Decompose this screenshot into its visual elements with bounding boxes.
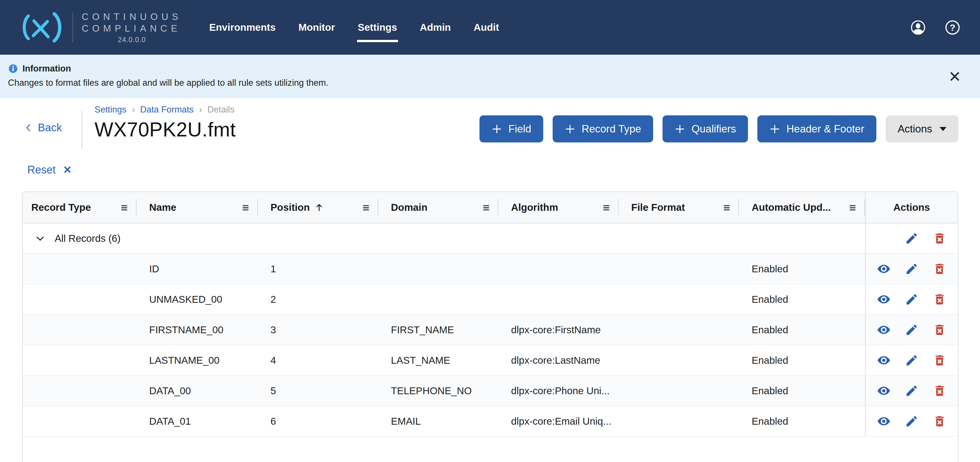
cell-file-format: [619, 376, 739, 406]
actions-label: Actions: [898, 123, 932, 135]
cell-actions: [865, 223, 958, 253]
add-field-button[interactable]: Field: [479, 115, 543, 142]
banner-close-icon[interactable]: ✕: [948, 69, 961, 84]
actions-dropdown-button[interactable]: Actions: [886, 115, 958, 142]
cell-file-format: [619, 254, 739, 284]
table-row: DATA_01 6 EMAIL dlpx-core:Email Uniq... …: [23, 406, 958, 437]
cell-domain: EMAIL: [379, 406, 498, 436]
column-label: Position: [270, 202, 310, 213]
nav-item-settings[interactable]: Settings: [358, 22, 397, 33]
column-header-file-format[interactable]: File Format: [619, 192, 739, 223]
view-button[interactable]: [877, 293, 891, 306]
cell-domain: [379, 254, 498, 284]
chevron-down-icon[interactable]: [34, 233, 46, 244]
column-menu-icon[interactable]: [848, 203, 858, 212]
chevron-left-icon: [23, 123, 34, 133]
nav-item-environments[interactable]: Environments: [209, 22, 275, 33]
back-button[interactable]: Back: [23, 122, 62, 134]
user-profile-icon[interactable]: [910, 19, 926, 36]
view-button[interactable]: [877, 354, 891, 367]
edit-button[interactable]: [905, 323, 918, 337]
header-actions: [910, 19, 961, 36]
brand-line2: COMPLIANCE: [82, 22, 182, 34]
table-row: ID 1 Enabled: [23, 254, 958, 284]
plus-icon: [675, 124, 685, 134]
view-button[interactable]: [877, 414, 891, 428]
caret-down-icon: [940, 127, 947, 131]
reset-filter-button[interactable]: Reset ✕: [27, 164, 72, 176]
cell-algorithm: [498, 284, 619, 314]
column-label: Name: [149, 202, 176, 213]
cell-algorithm: dlpx-core:LastName: [498, 345, 619, 375]
column-header-domain[interactable]: Domain: [379, 192, 498, 223]
add-qualifiers-button[interactable]: Qualifiers: [663, 115, 748, 142]
delete-button[interactable]: [933, 262, 947, 276]
breadcrumb-settings[interactable]: Settings: [94, 105, 126, 115]
help-icon[interactable]: [944, 19, 961, 36]
column-header-record-type[interactable]: Record Type: [23, 192, 137, 223]
cell-name: DATA_00: [137, 376, 258, 406]
column-menu-icon[interactable]: [722, 203, 732, 212]
cell-actions: [865, 406, 958, 436]
edit-button[interactable]: [905, 414, 918, 428]
cell-name: ID: [137, 254, 258, 284]
breadcrumb-separator: ›: [199, 105, 202, 115]
cell-algorithm: dlpx-core:Email Uniq...: [498, 406, 619, 436]
edit-button[interactable]: [905, 231, 918, 245]
add-record-type-label: Record Type: [582, 123, 641, 135]
column-menu-icon[interactable]: [481, 203, 491, 212]
column-label: Automatic Upd...: [752, 202, 831, 213]
cell-actions: [865, 315, 958, 345]
clear-icon: ✕: [63, 164, 72, 176]
breadcrumb-data-formats[interactable]: Data Formats: [140, 105, 194, 115]
app-logo[interactable]: CONTINUOUS COMPLIANCE 24.0.0.0: [18, 11, 182, 44]
nav-item-audit[interactable]: Audit: [474, 22, 499, 33]
view-button[interactable]: [877, 323, 891, 337]
delete-button[interactable]: [933, 293, 947, 306]
cell-record-type: [23, 284, 137, 314]
cell-record-type: [23, 345, 137, 375]
delete-button[interactable]: [933, 384, 947, 398]
info-icon: [8, 64, 18, 74]
column-header-algorithm[interactable]: Algorithm: [498, 192, 619, 223]
add-header-footer-label: Header & Footer: [786, 123, 864, 135]
edit-button[interactable]: [905, 354, 918, 367]
view-button[interactable]: [877, 262, 891, 276]
logo-divider: [72, 12, 73, 43]
cell-position: 4: [258, 345, 379, 375]
column-menu-icon[interactable]: [240, 203, 251, 212]
column-header-automatic-update[interactable]: Automatic Upd...: [739, 192, 865, 223]
column-label: Algorithm: [511, 202, 558, 213]
plus-icon: [565, 124, 576, 134]
cell-position: 6: [258, 406, 379, 436]
info-banner: Information Changes to format files are …: [0, 55, 980, 98]
nav-item-admin[interactable]: Admin: [420, 22, 451, 33]
column-label: Record Type: [31, 202, 91, 213]
edit-button[interactable]: [905, 384, 918, 398]
cell-algorithm: dlpx-core:FirstName: [498, 315, 619, 345]
delete-button[interactable]: [933, 323, 947, 337]
delete-button[interactable]: [933, 414, 947, 428]
add-header-footer-button[interactable]: Header & Footer: [757, 115, 877, 142]
cell-file-format: [619, 345, 739, 375]
nav-item-monitor[interactable]: Monitor: [298, 22, 335, 33]
group-label: All Records (6): [55, 233, 121, 244]
main-nav: Environments Monitor Settings Admin Audi…: [209, 22, 499, 33]
delete-button[interactable]: [933, 231, 947, 245]
view-button[interactable]: [877, 384, 891, 398]
column-header-position[interactable]: Position: [258, 192, 379, 223]
group-row-all-records: All Records (6): [23, 223, 958, 254]
column-menu-icon[interactable]: [119, 203, 129, 212]
cell-record-type: [23, 376, 137, 406]
page-title: WX70PK2U.fmt: [94, 118, 236, 141]
brand-logo-icon: [18, 11, 64, 44]
edit-button[interactable]: [905, 293, 918, 306]
delete-button[interactable]: [933, 354, 947, 367]
add-qualifiers-label: Qualifiers: [692, 123, 736, 135]
column-menu-icon[interactable]: [361, 203, 371, 212]
add-record-type-button[interactable]: Record Type: [553, 115, 653, 142]
cell-name: UNMASKED_00: [137, 284, 258, 314]
column-header-name[interactable]: Name: [137, 192, 258, 223]
edit-button[interactable]: [905, 262, 918, 276]
column-menu-icon[interactable]: [601, 203, 611, 212]
